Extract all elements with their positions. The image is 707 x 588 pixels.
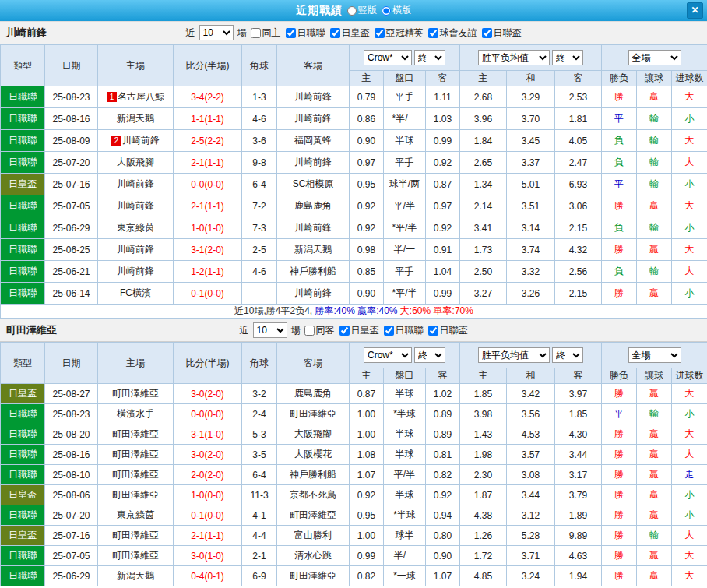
handicap-home-odds-cell: 0.90 — [350, 130, 384, 152]
handicap-result-cell: 贏 — [637, 86, 672, 108]
filter-checkbox[interactable]: 球會友誼 — [428, 26, 477, 40]
score-cell: 0-0(0-0) — [174, 174, 242, 195]
filter-checkbox-input[interactable] — [251, 28, 261, 38]
filter-checkbox[interactable]: 同主 — [251, 26, 281, 40]
filter-checkbox[interactable]: 日皇盃 — [339, 324, 379, 337]
odds-source-select[interactable]: Crow* — [364, 347, 412, 363]
competition-type-cell: 日職聯 — [1, 505, 45, 526]
near-label: 近 — [186, 26, 195, 40]
goals-result-cell: 大 — [672, 424, 707, 445]
filter-checkbox[interactable]: 日職聯 — [286, 26, 325, 40]
odds-source-select[interactable]: Crow* — [364, 50, 412, 65]
filter-checkbox-input[interactable] — [375, 28, 385, 38]
handicap-line-cell: 半球 — [384, 384, 426, 404]
col-ah-home: 主 — [350, 368, 384, 384]
competition-type-cell: 日職聯 — [1, 217, 45, 239]
match-row: 日職聯25-08-23橫濱水手0-0(0-0)2-4町田澤維亞1.00*半球0.… — [1, 404, 707, 424]
filter-checkbox-input[interactable] — [304, 326, 315, 336]
filter-checkbox-input[interactable] — [482, 28, 492, 38]
europe-time-select[interactable]: 終 — [552, 50, 583, 65]
handicap-line-cell: 平手 — [384, 152, 426, 174]
layout-radio-vertical[interactable]: 豎版 — [347, 4, 377, 17]
home-team-name: 新潟天鵝 — [117, 570, 154, 581]
odds-draw-cell: 5.01 — [507, 174, 555, 195]
match-count-select[interactable]: 10 — [199, 25, 234, 40]
handicap-line-cell: *平/半 — [384, 217, 426, 239]
odds-away-cell: 1.81 — [555, 108, 602, 130]
handicap-line-cell: 半球 — [384, 445, 426, 465]
close-button[interactable]: ✕ — [687, 2, 703, 19]
away-team-cell: 川崎前鋒 — [277, 86, 350, 108]
filter-checkbox[interactable]: 同客 — [304, 324, 335, 337]
home-team-cell: 橫濱水手 — [98, 404, 174, 424]
handicap-time-select[interactable]: 終 — [414, 50, 445, 65]
handicap-time-select[interactable]: 終 — [414, 347, 445, 363]
corner-cell: 6-4 — [242, 174, 277, 195]
filter-checkbox-label: 日聯盃 — [440, 324, 468, 337]
match-count-select[interactable]: 10 — [253, 322, 287, 338]
layout-radio-horizontal-input[interactable] — [382, 6, 391, 16]
europe-odds-select[interactable]: 胜平负均值 — [478, 50, 550, 65]
summary-segment: 大:60% — [398, 305, 431, 316]
filter-checkbox-input[interactable] — [428, 326, 438, 336]
col-odds-away: 客 — [555, 368, 602, 384]
competition-type-cell: 日職聯 — [1, 108, 45, 130]
away-team-name: 町田澤維亞 — [290, 509, 336, 520]
col-ah-away: 客 — [426, 368, 460, 384]
col-handicap: 盤口 — [384, 368, 426, 384]
filter-checkbox[interactable]: 日職聯 — [384, 324, 424, 337]
away-team-name: 町田澤維亞 — [290, 570, 336, 581]
handicap-line-cell: *半球 — [384, 404, 426, 424]
filter-checkbox[interactable]: 亞冠精英 — [375, 26, 424, 40]
date-cell: 25-06-21 — [45, 261, 98, 283]
competition-type-cell: 日職聯 — [1, 86, 45, 108]
result-cell: 勝 — [602, 526, 637, 546]
home-team-cell: 新潟天鵝 — [98, 566, 174, 586]
filter-checkbox-label: 日皇盃 — [351, 324, 379, 337]
match-row: 日職聯25-07-05川崎前鋒2-1(1-1)7-2鹿島鹿角0.92平/半0.9… — [1, 195, 707, 217]
handicap-home-odds-cell: 0.82 — [350, 566, 384, 586]
handicap-away-odds-cell: 0.89 — [426, 424, 460, 445]
result-cell: 勝 — [602, 566, 637, 586]
odds-draw-cell: 3.14 — [507, 217, 555, 239]
layout-radio-horizontal[interactable]: 橫版 — [382, 4, 411, 17]
handicap-home-odds-cell: 1.00 — [350, 424, 384, 445]
handicap-home-odds-cell: 0.90 — [350, 283, 384, 305]
odds-draw-cell: 3.32 — [507, 261, 555, 283]
goals-result-cell: 小 — [672, 485, 707, 505]
handicap-result-cell: 贏 — [637, 485, 672, 505]
filter-checkbox[interactable]: 日皇盃 — [330, 26, 370, 40]
home-team-name: 町田澤維亞 — [112, 489, 159, 500]
goals-result-cell: 大 — [672, 86, 707, 108]
corner-cell: 7-3 — [242, 217, 277, 239]
odds-away-cell: 2.56 — [555, 261, 602, 283]
competition-type-cell: 日職聯 — [1, 424, 45, 445]
handicap-result-cell: 贏 — [637, 505, 672, 526]
scope-select[interactable]: 全場 — [628, 347, 681, 363]
handicap-home-odds-cell: 0.86 — [350, 108, 384, 130]
near-label: 近 — [240, 324, 249, 337]
layout-radio-vertical-input[interactable] — [347, 6, 357, 16]
date-cell: 25-08-16 — [45, 445, 98, 465]
handicap-away-odds-cell: 0.97 — [426, 195, 460, 217]
filter-checkbox[interactable]: 日聯盃 — [482, 26, 522, 40]
filter-checkbox-input[interactable] — [330, 28, 340, 38]
col-ah-home: 主 — [350, 71, 384, 86]
home-team-name: 川崎前鋒 — [117, 266, 154, 276]
europe-odds-select[interactable]: 胜平负均值 — [478, 347, 550, 363]
competition-type-cell: 日皇盃 — [1, 174, 45, 195]
filter-checkbox-input[interactable] — [428, 28, 438, 38]
europe-time-select[interactable]: 終 — [552, 347, 583, 363]
filter-checkbox-input[interactable] — [384, 326, 394, 336]
scope-select[interactable]: 全場 — [628, 50, 681, 65]
match-row: 日皇盃25-08-27町田澤維亞3-0(2-0)3-2鹿島鹿角0.87半球1.0… — [1, 384, 707, 404]
away-team-cell: 神戶勝利船 — [277, 465, 350, 485]
score-cell: 3-1(1-0) — [174, 424, 242, 445]
odds-draw-cell: 3.44 — [507, 485, 555, 505]
filter-checkbox-input[interactable] — [286, 28, 296, 38]
filter-checkbox[interactable]: 日聯盃 — [428, 324, 468, 337]
score-cell: 3-1(2-0) — [174, 239, 242, 261]
handicap-result-cell: 贏 — [637, 239, 672, 261]
goals-result-cell: 大 — [672, 239, 707, 261]
filter-checkbox-input[interactable] — [339, 326, 350, 336]
